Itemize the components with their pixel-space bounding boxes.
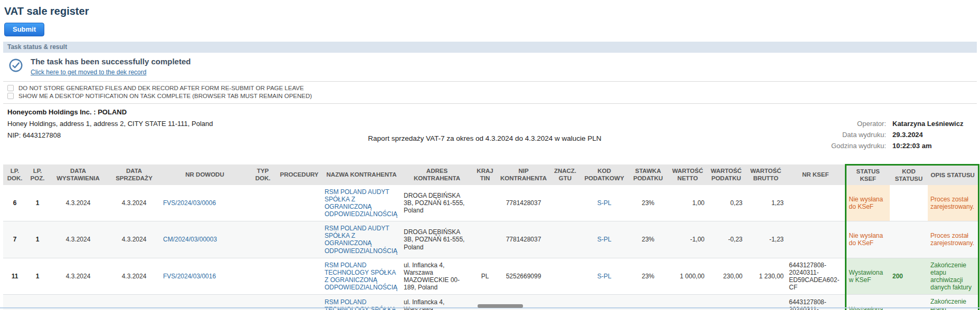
cell-znacz-gtu <box>550 221 581 258</box>
col-nr-dowodu: NR DOWODU <box>160 164 249 185</box>
cell-stawka: 23% <box>628 221 668 258</box>
cell-nazwa: RSM POLAND TECHNOLOGY SPÓŁKA Z OGRANICZO… <box>322 258 401 295</box>
cell-podatek: -0,23 <box>707 221 745 258</box>
col-kod-statusu: KOD STATUSU <box>890 164 928 185</box>
cell-data-sprzedazy: 4.3.2024 <box>108 221 160 258</box>
task-status-bar: Task status & result <box>3 42 977 53</box>
kod-podatkowy-link[interactable]: S-PL <box>597 199 612 207</box>
cell-procedury <box>277 221 322 258</box>
print-info: Operator: Katarzyna Leśniewicz Data wydr… <box>831 120 972 150</box>
check-circle-icon <box>8 58 23 73</box>
col-status-ksef: STATUS KSEF <box>845 164 890 185</box>
cell-kraj-tin <box>473 221 497 258</box>
cell-adres: ul. Inflancka 4, Warszawa MAZOWIECKIE 00… <box>401 258 473 295</box>
col-wartosc-brutto: WARTOŚĆ BRUTTO <box>745 164 786 185</box>
dek-record-link[interactable]: Click here to get moved to the dek recor… <box>31 69 146 76</box>
cell-stawka: 23% <box>628 185 668 221</box>
cell-nip: 5252669099 <box>497 258 550 295</box>
table-row: 1114.3.20244.3.2024FVS/2024/03/0016RSM P… <box>3 258 978 295</box>
table-header-row: LP. DOK. LP. POZ. DATA WYSTAWIENIA DATA … <box>3 164 978 185</box>
cell-status-ksef: Wystawiona w KSeF <box>845 258 890 295</box>
task-success-block: The task has been successfully completed… <box>3 53 977 81</box>
cell-kod-statusu <box>890 185 928 221</box>
col-nip-kontrahenta: NIP KONTRAHENTA <box>497 164 550 185</box>
cell-lp-poz: 1 <box>26 258 49 295</box>
col-stawka-podatku: STAWKA PODATKU <box>628 164 668 185</box>
cell-netto: 1,00 <box>668 185 707 221</box>
cell-data-sprzedazy: 4.3.2024 <box>108 258 160 295</box>
company-address: Honey Holdings, address 1, address 2, CI… <box>7 120 213 128</box>
col-lp-poz: LP. POZ. <box>26 164 49 185</box>
nr-dowodu-link[interactable]: CM/2024/03/00003 <box>163 236 217 243</box>
cell-kod-statusu: 200 <box>890 258 928 295</box>
col-wartosc-netto: WARTOŚĆ NETTO <box>668 164 707 185</box>
cell-nr-ksef: 6443127808-20240311-ED59CADEA602-CF <box>786 258 845 295</box>
option-row: DO NOT STORE GENERATED FILES AND DEK REC… <box>7 84 977 92</box>
cell-data-wystawienia: 4.3.2024 <box>49 258 108 295</box>
table-header: LP. DOK. LP. POZ. DATA WYSTAWIENIA DATA … <box>3 164 978 185</box>
nazwa-link[interactable]: RSM POLAND AUDYT SPÓŁKA Z OGRANICZONĄ OD… <box>325 225 397 254</box>
col-nr-ksef: NR KSEF <box>786 164 845 185</box>
col-typ-dok: TYP DOK. <box>249 164 277 185</box>
cell-procedury <box>277 185 322 221</box>
cell-nip: 7781428037 <box>497 221 550 258</box>
cell-opis-statusu: Proces został zarejestrowany. <box>928 221 978 258</box>
cell-opis-statusu: Proces został zarejestrowany. <box>928 185 978 221</box>
submit-button[interactable]: Submit <box>4 23 44 36</box>
cell-kraj-tin <box>473 185 497 221</box>
cell-data-wystawienia: 4.3.2024 <box>49 185 108 221</box>
cell-lp-poz: 1 <box>26 221 49 258</box>
cell-znacz-gtu <box>550 185 581 221</box>
cell-kod-podatkowy: S-PL <box>581 221 628 258</box>
print-date-value: 29.3.2024 <box>892 131 972 139</box>
cell-kod-statusu <box>890 221 928 258</box>
nazwa-link[interactable]: RSM POLAND TECHNOLOGY SPÓŁKA Z OGRANICZO… <box>325 261 397 291</box>
cell-podatek: 230,00 <box>707 258 745 295</box>
cell-netto: 1 000,00 <box>668 258 707 295</box>
col-kod-podatkowy: KOD PODATKOWY <box>581 164 628 185</box>
do-not-store-checkbox[interactable] <box>7 85 14 91</box>
do-not-store-label: DO NOT STORE GENERATED FILES AND DEK REC… <box>18 85 304 91</box>
kod-podatkowy-link[interactable]: S-PL <box>597 236 612 243</box>
cell-lp-dok: 11 <box>3 258 26 295</box>
col-znacz-gtu: ZNACZ. GTU <box>550 164 581 185</box>
col-opis-statusu: OPIS STATUSU <box>928 164 978 185</box>
cell-nr-dowodu: FVS/2024/03/0006 <box>160 185 249 221</box>
vat-table-wrap: LP. DOK. LP. POZ. DATA WYSTAWIENIA DATA … <box>3 164 977 310</box>
cell-nazwa: RSM POLAND AUDYT SPÓŁKA Z OGRANICZONĄ OD… <box>322 221 401 258</box>
cell-adres: DROGA DĘBIŃSKA 3B, POZNAŃ 61-555, Poland <box>401 221 473 258</box>
cell-status-ksef: Nie wysłana do KSeF <box>845 221 890 258</box>
operator-value: Katarzyna Leśniewicz <box>892 120 972 128</box>
desktop-notification-label: SHOW ME A DESKTOP NOTIFICATION ON TASK C… <box>18 93 312 99</box>
cell-stawka: 23% <box>628 258 668 295</box>
table-body: 614.3.20244.3.2024FVS/2024/03/0006RSM PO… <box>3 185 978 310</box>
cell-nr-ksef <box>786 221 845 258</box>
horizontal-scrollbar-thumb[interactable] <box>478 304 523 308</box>
nr-dowodu-link[interactable]: FVS/2024/03/0006 <box>163 199 216 207</box>
cell-status-ksef: Nie wysłana do KSeF <box>845 185 890 221</box>
vat-sale-register-page: VAT sale register Submit Task status & r… <box>0 0 980 310</box>
kod-podatkowy-link[interactable]: S-PL <box>597 273 612 280</box>
desktop-notification-checkbox[interactable] <box>7 93 14 99</box>
col-kraj-tin: KRAJ TIN <box>473 164 497 185</box>
print-date-label: Data wydruku: <box>831 131 886 139</box>
page-title: VAT sale register <box>4 5 977 17</box>
task-success-title: The task has been successfully completed <box>31 57 191 67</box>
nr-dowodu-link[interactable]: FVS/2024/03/0016 <box>163 273 216 280</box>
cell-data-sprzedazy: 4.3.2024 <box>108 185 160 221</box>
col-adres-kontrahenta: ADRES KONTRAHENTA <box>401 164 473 185</box>
cell-nip: 7781428037 <box>497 185 550 221</box>
print-time-label: Godzina wydruku: <box>831 142 886 150</box>
nazwa-link[interactable]: RSM POLAND AUDYT SPÓŁKA Z OGRANICZONĄ OD… <box>325 188 397 218</box>
col-lp-dok: LP. DOK. <box>3 164 26 185</box>
table-row: 714.3.20244.3.2024CM/2024/03/00003RSM PO… <box>3 221 978 258</box>
cell-kod-podatkowy: S-PL <box>581 185 628 221</box>
operator-label: Operator: <box>831 120 886 128</box>
cell-lp-dok: 7 <box>3 221 26 258</box>
cell-podatek: 0,23 <box>707 185 745 221</box>
cell-brutto: -1,23 <box>745 221 786 258</box>
cell-brutto: 1,23 <box>745 185 786 221</box>
cell-procedury <box>277 258 322 295</box>
col-wartosc-podatku: WARTOŚĆ PODATKU <box>707 164 745 185</box>
cell-znacz-gtu <box>550 258 581 295</box>
